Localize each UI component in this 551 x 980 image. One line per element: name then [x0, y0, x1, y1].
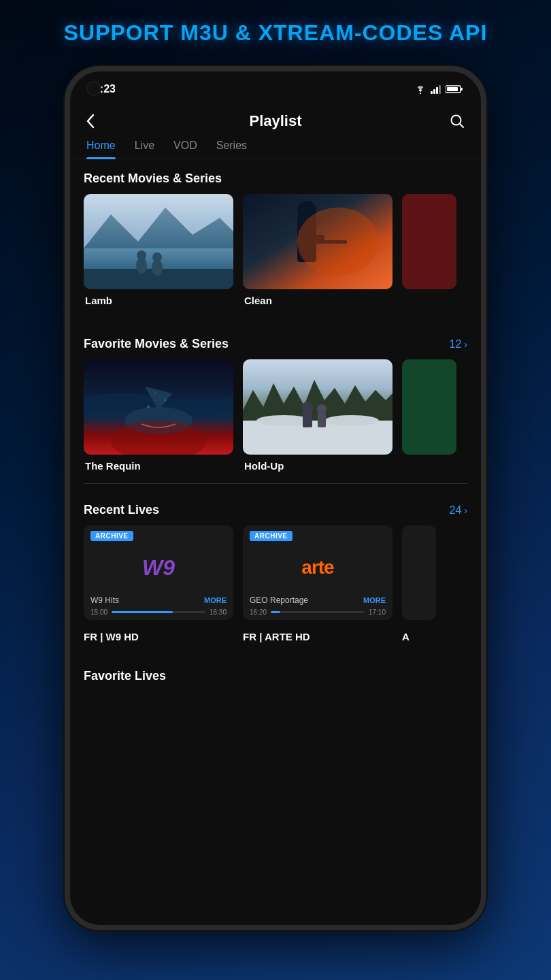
movie-card-partial-1[interactable] — [402, 194, 456, 307]
progress-bar-arte — [271, 611, 365, 613]
live-program-arte: GEO Reportage MORE — [243, 591, 393, 606]
movie-label-holdup: Hold-Up — [243, 460, 284, 472]
recent-lives-count-btn[interactable]: 24 › — [450, 504, 467, 517]
status-bar: 16:23 — [70, 71, 481, 103]
movie-label-requin: The Requin — [84, 460, 141, 472]
more-btn-w9[interactable]: MORE — [204, 596, 227, 604]
live-card-w9[interactable]: ARCHIVE W9 W9 Hits MORE 15:00 — [84, 525, 233, 620]
live-logo-w9: W9 — [84, 544, 233, 591]
favorite-lives-title: Favorite Lives — [84, 669, 166, 683]
status-icons — [414, 84, 463, 94]
movie-card-clean[interactable]: Clean — [243, 194, 393, 307]
battery-icon — [446, 84, 463, 94]
channel-name-partial: A — [402, 631, 436, 643]
live-progress-w9: 15:00 16:30 — [84, 606, 233, 620]
back-button[interactable] — [86, 114, 111, 129]
movie-card-partial-2[interactable] — [402, 359, 456, 472]
movie-card-lamb[interactable]: Lamb — [84, 194, 233, 307]
svg-rect-41 — [402, 359, 456, 455]
svg-rect-6 — [461, 88, 463, 91]
program-name-arte: GEO Reportage — [250, 595, 308, 605]
recent-lives-section: Recent Lives 24 › ARCHIVE W9 — [70, 491, 481, 651]
chevron-icon: › — [464, 339, 467, 350]
recent-movies-section: Recent Movies & Series — [70, 159, 481, 318]
more-btn-arte[interactable]: MORE — [363, 596, 386, 604]
progress-bar-w9 — [112, 611, 205, 613]
svg-point-39 — [317, 404, 327, 414]
channel-name-arte: FR | ARTE HD — [243, 631, 393, 643]
chevron-icon-lives: › — [464, 505, 467, 516]
svg-rect-36 — [303, 410, 312, 427]
favorite-movies-count-btn[interactable]: 12 › — [450, 338, 467, 350]
live-logo-arte: arte — [243, 544, 393, 591]
movie-thumb-lamb — [84, 194, 233, 289]
live-progress-arte: 16:20 17:10 — [243, 606, 393, 620]
svg-rect-2 — [433, 89, 435, 94]
svg-point-22 — [297, 208, 379, 276]
camera-cutout — [86, 81, 101, 96]
svg-point-35 — [324, 415, 379, 426]
recent-movies-row: Lamb — [70, 194, 481, 318]
wifi-icon — [414, 84, 427, 94]
movie-card-requin[interactable]: The Requin — [84, 359, 233, 472]
movie-thumb-requin — [84, 359, 233, 455]
tab-series[interactable]: Series — [216, 140, 247, 159]
movie-thumb-partial-1 — [402, 194, 456, 289]
header-title: Playlist — [249, 112, 301, 130]
archive-badge-arte: ARCHIVE — [250, 531, 293, 541]
movie-thumb-holdup — [243, 359, 393, 455]
tab-vod[interactable]: VOD — [173, 140, 197, 159]
program-name-w9: W9 Hits — [90, 595, 119, 605]
svg-rect-3 — [436, 87, 438, 94]
movie-label-clean: Clean — [243, 295, 272, 306]
svg-rect-7 — [447, 87, 458, 91]
favorite-movies-section: Favorite Movies & Series 12 › — [70, 325, 481, 484]
favorite-movies-title: Favorite Movies & Series — [84, 337, 229, 351]
svg-point-29 — [147, 406, 150, 408]
tab-home[interactable]: Home — [86, 140, 116, 159]
tab-live[interactable]: Live — [135, 140, 154, 159]
live-card-partial — [402, 525, 436, 620]
channel-name-w9: FR | W9 HD — [84, 631, 233, 643]
favorite-movies-row: The Requin — [70, 359, 481, 483]
tabs-bar: Home Live VOD Series — [70, 137, 481, 159]
favorite-lives-section: Favorite Lives — [70, 658, 481, 689]
archive-badge-w9: ARCHIVE — [90, 531, 133, 541]
svg-rect-38 — [318, 412, 326, 427]
svg-point-31 — [154, 393, 156, 394]
phone-frame: 16:23 — [65, 66, 486, 930]
search-button[interactable] — [440, 114, 465, 129]
svg-rect-24 — [402, 194, 456, 289]
movie-card-holdup[interactable]: Hold-Up — [243, 359, 393, 472]
movie-label-lamb: Lamb — [84, 295, 112, 306]
svg-point-14 — [137, 250, 146, 260]
content-area: Recent Movies & Series — [70, 159, 481, 925]
app-header: Playlist — [70, 103, 481, 137]
signal-icon — [431, 84, 441, 94]
svg-point-16 — [152, 252, 162, 262]
recent-movies-title: Recent Movies & Series — [84, 172, 222, 186]
live-program-w9: W9 Hits MORE — [84, 591, 233, 606]
recent-lives-title: Recent Lives — [84, 503, 159, 517]
svg-point-37 — [302, 402, 313, 412]
movie-thumb-clean — [243, 194, 393, 289]
svg-rect-4 — [439, 85, 441, 94]
top-title: SUPPORT M3U & XTREAM-CODES API — [64, 20, 488, 46]
live-channels-row: ARCHIVE W9 W9 Hits MORE 15:00 — [70, 525, 481, 631]
svg-rect-1 — [431, 91, 433, 94]
movie-thumb-partial-2 — [402, 359, 456, 455]
svg-point-30 — [165, 399, 167, 402]
live-card-arte[interactable]: ARCHIVE arte GEO Reportage MORE 16:20 — [243, 525, 393, 620]
